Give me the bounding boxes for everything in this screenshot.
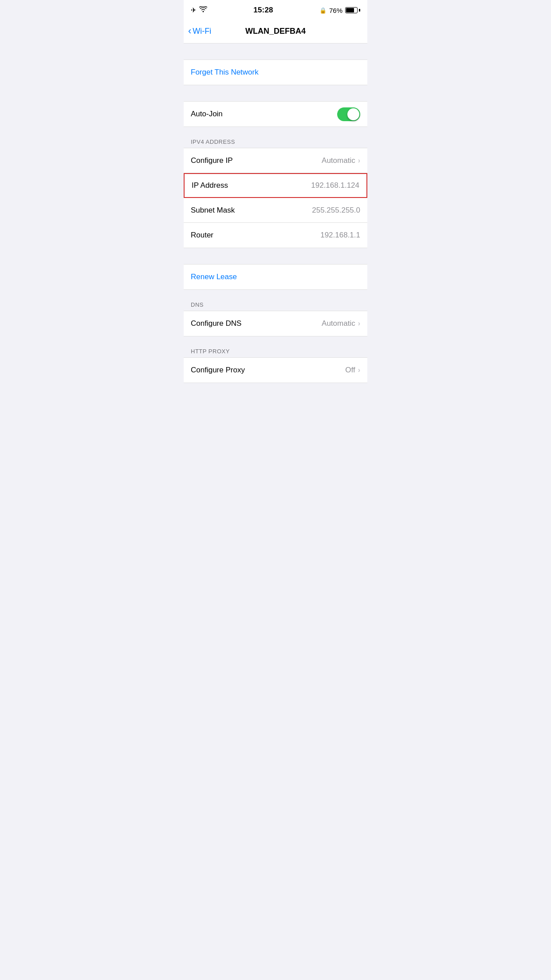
gap-1 bbox=[184, 85, 367, 101]
configure-dns-row[interactable]: Configure DNS Automatic › bbox=[184, 311, 367, 336]
back-chevron-icon: ‹ bbox=[188, 26, 191, 36]
status-icons-right: 🔒 76% bbox=[319, 7, 360, 14]
renew-lease-button[interactable]: Renew Lease bbox=[184, 265, 367, 289]
dns-section-header: DNS bbox=[184, 298, 367, 311]
bottom-gap bbox=[184, 383, 367, 399]
router-label: Router bbox=[191, 231, 213, 240]
forget-network-section: Forget This Network bbox=[184, 59, 367, 85]
subnet-mask-value: 255.255.255.0 bbox=[312, 206, 360, 215]
back-label: Wi-Fi bbox=[193, 27, 211, 36]
nav-bar: ‹ Wi-Fi WLAN_DEFBA4 bbox=[184, 20, 367, 43]
renew-lease-section: Renew Lease bbox=[184, 264, 367, 290]
status-bar: ✈ 15:28 🔒 76% bbox=[184, 0, 367, 20]
status-icons-left: ✈ bbox=[191, 6, 207, 14]
ip-address-value: 192.168.1.124 bbox=[311, 181, 359, 190]
configure-dns-value: Automatic › bbox=[322, 319, 360, 328]
router-row: Router 192.168.1.1 bbox=[184, 223, 367, 248]
configure-proxy-label: Configure Proxy bbox=[191, 366, 245, 375]
battery-percent: 76% bbox=[329, 7, 342, 14]
screen-lock-icon: 🔒 bbox=[319, 7, 327, 14]
configure-proxy-chevron: › bbox=[358, 366, 360, 374]
http-proxy-section-header: HTTP PROXY bbox=[184, 344, 367, 357]
configure-proxy-row[interactable]: Configure Proxy Off › bbox=[184, 358, 367, 383]
wifi-icon bbox=[199, 6, 207, 14]
gap-2 bbox=[184, 127, 367, 135]
back-button[interactable]: ‹ Wi-Fi bbox=[188, 27, 211, 36]
configure-ip-row[interactable]: Configure IP Automatic › bbox=[184, 148, 367, 173]
http-proxy-section: Configure Proxy Off › bbox=[184, 357, 367, 383]
forget-network-label: Forget This Network bbox=[191, 68, 259, 77]
configure-ip-chevron: › bbox=[358, 157, 360, 165]
battery-icon bbox=[345, 7, 360, 13]
ip-address-row: IP Address 192.168.1.124 bbox=[184, 173, 367, 198]
renew-lease-label: Renew Lease bbox=[191, 273, 237, 281]
ipv4-section-header: IPV4 ADDRESS bbox=[184, 135, 367, 148]
auto-join-toggle[interactable] bbox=[337, 107, 360, 121]
airplane-mode-icon: ✈ bbox=[191, 6, 197, 14]
toggle-thumb bbox=[347, 108, 359, 120]
configure-ip-label: Configure IP bbox=[191, 156, 233, 165]
ip-address-label: IP Address bbox=[192, 181, 228, 190]
page-title: WLAN_DEFBA4 bbox=[245, 27, 306, 36]
auto-join-row: Auto-Join bbox=[184, 102, 367, 126]
forget-network-button[interactable]: Forget This Network bbox=[184, 60, 367, 85]
router-value: 192.168.1.1 bbox=[320, 231, 360, 240]
gap-3 bbox=[184, 248, 367, 264]
auto-join-section: Auto-Join bbox=[184, 101, 367, 127]
top-gap bbox=[184, 43, 367, 59]
configure-proxy-value: Off › bbox=[345, 366, 360, 375]
configure-dns-label: Configure DNS bbox=[191, 319, 241, 328]
subnet-mask-row: Subnet Mask 255.255.255.0 bbox=[184, 198, 367, 223]
dns-section: Configure DNS Automatic › bbox=[184, 311, 367, 336]
status-time: 15:28 bbox=[253, 6, 273, 15]
auto-join-label: Auto-Join bbox=[191, 110, 223, 119]
gap-5 bbox=[184, 336, 367, 344]
configure-ip-value: Automatic › bbox=[322, 156, 360, 165]
configure-dns-chevron: › bbox=[358, 320, 360, 328]
ipv4-section: Configure IP Automatic › IP Address 192.… bbox=[184, 148, 367, 248]
gap-4 bbox=[184, 290, 367, 298]
subnet-mask-label: Subnet Mask bbox=[191, 206, 235, 215]
